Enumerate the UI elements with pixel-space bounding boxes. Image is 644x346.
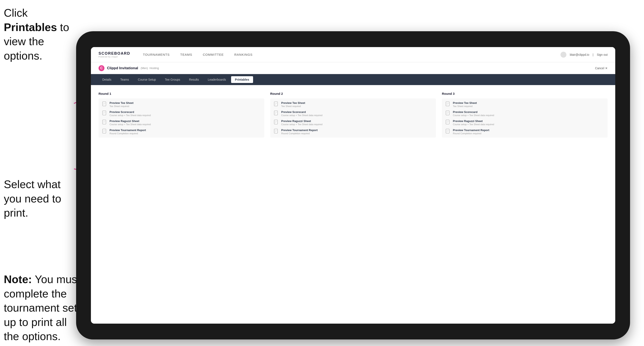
printables-bold: Printables — [4, 21, 57, 33]
round-2-section: Round 2 — [270, 92, 436, 138]
top-navigation: SCOREBOARD Powered by clippd TOURNAMENTS… — [91, 47, 615, 62]
round-2-tee-sheet-text: Preview Tee Sheet Tee Sheet required — [281, 101, 305, 107]
tab-printables[interactable]: Printables — [231, 76, 253, 83]
round-1-tee-sheet-label: Preview Tee Sheet — [110, 101, 134, 105]
round-1-tournament-report-sub: Round Completion required — [110, 132, 146, 135]
sign-out-link[interactable]: Sign out — [597, 53, 608, 56]
round-2-tee-sheet[interactable]: Preview Tee Sheet Tee Sheet required — [274, 101, 432, 107]
user-avatar — [560, 52, 566, 58]
round-1-raguzzi-sub: Course setup + Tee Sheet data required — [110, 123, 151, 126]
tablet-device: SCOREBOARD Powered by clippd TOURNAMENTS… — [76, 31, 630, 340]
round-1-section: Round 1 — [98, 92, 264, 138]
tablet-screen: SCOREBOARD Powered by clippd TOURNAMENTS… — [91, 47, 615, 324]
round-1-tournament-report[interactable]: Preview Tournament Report Round Completi… — [102, 129, 260, 135]
round-1-tee-sheet-text: Preview Tee Sheet Tee Sheet required — [110, 101, 134, 107]
top-nav-right: blair@clippd.io | Sign out — [560, 52, 608, 58]
tournament-gender-badge: (Men) — [140, 66, 148, 70]
round-2-scorecard-text: Preview Scorecard Course setup + Tee She… — [281, 110, 322, 117]
round-2-raguzzi-icon — [274, 120, 279, 125]
tab-teams[interactable]: Teams — [116, 76, 133, 83]
round-1-tee-sheet-sub: Tee Sheet required — [110, 105, 134, 107]
nav-committee[interactable]: COMMITTEE — [203, 53, 224, 56]
round-1-tee-sheet[interactable]: Preview Tee Sheet Tee Sheet required — [102, 101, 260, 107]
round-3-raguzzi-sub: Course setup + Tee Sheet data required — [453, 123, 494, 126]
tab-leaderboards[interactable]: Leaderboards — [204, 76, 230, 83]
app-title: SCOREBOARD — [98, 51, 130, 56]
round-2-raguzzi[interactable]: Preview Raguzzi Sheet Course setup + Tee… — [274, 120, 432, 126]
round-3-scorecard-text: Preview Scorecard Course setup + Tee She… — [453, 110, 494, 117]
round-2-scorecard-sub: Course setup + Tee Sheet data required — [281, 114, 322, 117]
round-3-tournament-report-sub: Round Completion required — [453, 132, 489, 135]
tab-results[interactable]: Results — [185, 76, 203, 83]
top-nav-links: TOURNAMENTS TEAMS COMMITTEE RANKINGS — [143, 53, 560, 56]
round-2-tournament-report-sub: Round Completion required — [281, 132, 318, 135]
cancel-label: Cancel — [595, 66, 604, 70]
user-email: blair@clippd.io — [570, 53, 589, 56]
round-2-raguzzi-label: Preview Raguzzi Sheet — [281, 120, 322, 123]
round-1-raguzzi[interactable]: Preview Raguzzi Sheet Course setup + Tee… — [102, 120, 260, 126]
round-2-raguzzi-text: Preview Raguzzi Sheet Course setup + Tee… — [281, 120, 322, 126]
rounds-grid: Round 1 — [98, 92, 608, 138]
nav-rankings[interactable]: RANKINGS — [234, 53, 252, 56]
sub-navigation: Details Teams Course Setup Tee Groups Re… — [91, 74, 615, 85]
separator: | — [592, 53, 594, 56]
round-3-scorecard-icon — [446, 111, 450, 116]
round-3-title: Round 3 — [442, 92, 608, 95]
round-2-title: Round 2 — [270, 92, 436, 95]
cancel-button[interactable]: Cancel ✕ — [595, 66, 608, 70]
round-3-raguzzi[interactable]: Preview Raguzzi Sheet Course setup + Tee… — [446, 120, 604, 126]
round-3-raguzzi-text: Preview Raguzzi Sheet Course setup + Tee… — [453, 120, 494, 126]
round-1-tournament-report-label: Preview Tournament Report — [110, 129, 146, 132]
tab-course-setup[interactable]: Course Setup — [134, 76, 160, 83]
main-content: Round 1 — [91, 85, 615, 324]
tournament-header: C Clippd Invitational (Men) Hosting Canc… — [91, 62, 615, 74]
tab-details[interactable]: Details — [98, 76, 115, 83]
round-1-title: Round 1 — [98, 92, 264, 95]
round-2-tee-sheet-icon — [274, 102, 279, 107]
round-3-section: Round 3 — [442, 92, 608, 138]
round-2-scorecard-icon — [274, 111, 279, 116]
round-3-tournament-report[interactable]: Preview Tournament Report Round Completi… — [446, 129, 604, 135]
round-3-tee-sheet-sub: Tee Sheet required — [453, 105, 477, 107]
round-2-scorecard-label: Preview Scorecard — [281, 110, 322, 114]
round-3-tee-sheet-text: Preview Tee Sheet Tee Sheet required — [453, 101, 477, 107]
round-3-tee-sheet[interactable]: Preview Tee Sheet Tee Sheet required — [446, 101, 604, 107]
app-logo: SCOREBOARD Powered by clippd — [98, 51, 130, 58]
instruction-bottom-text: Note: You must complete the tournament s… — [4, 273, 81, 343]
round-3-raguzzi-label: Preview Raguzzi Sheet — [453, 120, 494, 123]
round-1-scorecard-sub: Course setup + Tee Sheet data required — [110, 114, 151, 117]
round-1-raguzzi-text: Preview Raguzzi Sheet Course setup + Tee… — [110, 120, 151, 126]
round-3-tee-sheet-label: Preview Tee Sheet — [453, 101, 477, 105]
round-2-tournament-report-label: Preview Tournament Report — [281, 129, 318, 132]
instruction-middle-text: Select what you need to print. — [4, 178, 61, 219]
round-1-card: Preview Tee Sheet Tee Sheet required — [98, 98, 264, 138]
round-3-raguzzi-icon — [446, 120, 450, 125]
round-2-tournament-report[interactable]: Preview Tournament Report Round Completi… — [274, 129, 432, 135]
round-1-scorecard-text: Preview Scorecard Course setup + Tee She… — [110, 110, 151, 117]
round-1-scorecard-label: Preview Scorecard — [110, 110, 151, 114]
instruction-bottom: Note: You must complete the tournament s… — [4, 272, 82, 344]
round-2-tee-sheet-sub: Tee Sheet required — [281, 105, 305, 107]
tournament-report-icon — [102, 129, 107, 134]
hosting-status: Hosting — [150, 66, 159, 70]
nav-tournaments[interactable]: TOURNAMENTS — [143, 53, 170, 56]
round-3-tee-sheet-icon — [446, 102, 450, 107]
round-3-tournament-report-icon — [446, 129, 450, 134]
tab-tee-groups[interactable]: Tee Groups — [161, 76, 184, 83]
round-1-scorecard[interactable]: Preview Scorecard Course setup + Tee She… — [102, 110, 260, 117]
round-2-tee-sheet-label: Preview Tee Sheet — [281, 101, 305, 105]
round-2-scorecard[interactable]: Preview Scorecard Course setup + Tee She… — [274, 110, 432, 117]
scorecard-icon — [102, 111, 107, 116]
round-3-scorecard-label: Preview Scorecard — [453, 110, 494, 114]
round-2-raguzzi-sub: Course setup + Tee Sheet data required — [281, 123, 322, 126]
tournament-logo-icon: C — [98, 65, 104, 71]
round-3-card: Preview Tee Sheet Tee Sheet required — [442, 98, 608, 138]
round-3-tournament-report-text: Preview Tournament Report Round Completi… — [453, 129, 489, 135]
round-1-raguzzi-label: Preview Raguzzi Sheet — [110, 120, 151, 123]
powered-by: Powered by clippd — [98, 56, 130, 58]
round-2-tournament-report-text: Preview Tournament Report Round Completi… — [281, 129, 318, 135]
round-1-tournament-report-text: Preview Tournament Report Round Completi… — [110, 129, 146, 135]
round-3-scorecard[interactable]: Preview Scorecard Course setup + Tee She… — [446, 110, 604, 117]
round-2-card: Preview Tee Sheet Tee Sheet required — [270, 98, 436, 138]
nav-teams[interactable]: TEAMS — [180, 53, 192, 56]
